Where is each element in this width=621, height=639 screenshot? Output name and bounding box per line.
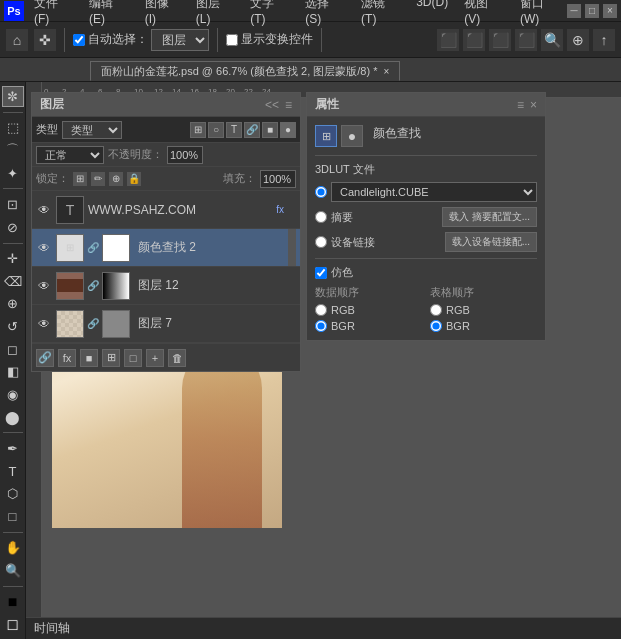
align-top-icon[interactable]: ⬛ [489,29,511,51]
close-button[interactable]: × [603,4,617,18]
tool-crop[interactable]: ⊡ [2,194,24,215]
search-icon[interactable]: 🔍 [541,29,563,51]
menu-edit[interactable]: 编辑(E) [85,0,133,28]
device-link-radio[interactable] [315,236,327,248]
tool-hand[interactable]: ✋ [2,538,24,559]
menu-filter[interactable]: 滤镜(T) [357,0,404,28]
home-icon[interactable]: ⌂ [6,29,28,51]
background-color[interactable]: □ [2,614,24,635]
props-dot-icon[interactable]: ● [341,125,363,147]
layer-row[interactable]: 👁 ⊞ 🔗 颜色查找 2 [32,229,300,267]
lock-draw-icon[interactable]: ✏ [91,172,105,186]
menu-3d[interactable]: 3D(D) [412,0,452,28]
menu-view[interactable]: 视图(V) [460,0,508,28]
foreground-color[interactable]: ■ [2,592,24,613]
lut-3d-radio[interactable] [315,186,327,198]
add-style-button[interactable]: fx [58,349,76,367]
tool-eyedropper[interactable]: ⊘ [2,217,24,238]
fill-input[interactable] [260,170,296,188]
share-icon[interactable]: ↑ [593,29,615,51]
layer-visibility-eye[interactable]: 👁 [36,202,52,218]
tool-path[interactable]: ⬡ [2,484,24,505]
filter-toggle[interactable]: ● [280,122,296,138]
layer-row[interactable]: 👁 🔗 图层 12 [32,267,300,305]
props-grid-icon[interactable]: ⊞ [315,125,337,147]
layers-collapse-button[interactable]: << [265,98,279,112]
tool-shape[interactable]: □ [2,506,24,527]
tool-eraser[interactable]: ◻ [2,339,24,360]
menu-select[interactable]: 选择(S) [301,0,349,28]
tab-close-button[interactable]: × [383,66,389,77]
tool-lasso[interactable]: ⌒ [2,140,24,161]
abstract-radio[interactable] [315,211,327,223]
tool-pen[interactable]: ✒ [2,438,24,459]
filter-pixels-icon[interactable]: ⊞ [190,122,206,138]
toolbar-separator [64,28,65,52]
opacity-input[interactable] [167,146,203,164]
device-link-load-button[interactable]: 载入设备链接配... [445,232,537,252]
maximize-button[interactable]: □ [585,4,599,18]
lock-position-icon[interactable]: ⊕ [109,172,123,186]
tool-stamp[interactable]: ⊕ [2,294,24,315]
new-layer-button[interactable]: + [146,349,164,367]
tool-history[interactable]: ↺ [2,316,24,337]
delete-layer-button[interactable]: 🗑 [168,349,186,367]
layers-menu-button[interactable]: ≡ [285,98,292,112]
table-rgb-radio[interactable] [430,304,442,316]
layer-visibility-eye[interactable]: 👁 [36,240,52,256]
tool-zoom[interactable]: 🔍 [2,560,24,581]
tool-dodge[interactable]: ⬤ [2,407,24,428]
menu-text[interactable]: 文字(T) [246,0,293,28]
menu-file[interactable]: 文件(F) [30,0,77,28]
toolbar-sep2 [217,28,218,52]
layer-type-dropdown[interactable]: 类型 [62,121,122,139]
layer-row[interactable]: 👁 T WWW.PSAHZ.COM fx [32,191,300,229]
auto-select-checkbox[interactable] [73,34,85,46]
tool-marquee[interactable]: ⬚ [2,118,24,139]
props-close-button[interactable]: × [530,98,537,112]
align-left-icon[interactable]: ⬛ [437,29,459,51]
filter-smart-icon[interactable]: ■ [262,122,278,138]
props-menu-button[interactable]: ≡ [517,98,524,112]
filter-adjustment-icon[interactable]: ○ [208,122,224,138]
table-bgr-radio[interactable] [430,320,442,332]
active-tab[interactable]: 面粉山的金莲花.psd @ 66.7% (颜色查找 2, 图层蒙版/8) * × [90,61,400,81]
layer-visibility-eye[interactable]: 👁 [36,278,52,294]
tool-brush[interactable]: ⌫ [2,271,24,292]
data-bgr-radio[interactable] [315,320,327,332]
lock-pixels-icon[interactable]: ⊞ [73,172,87,186]
abstract-load-button[interactable]: 载入 摘要配置文... [442,207,537,227]
filter-type-icon[interactable]: T [226,122,242,138]
align-bottom-icon[interactable]: ⬛ [515,29,537,51]
link-layers-button[interactable]: 🔗 [36,349,54,367]
auto-select-check[interactable]: 自动选择： 图层 [73,29,209,51]
transform-checkbox[interactable] [226,34,238,46]
lut-3d-dropdown[interactable]: Candlelight.CUBE [331,182,537,202]
menu-window[interactable]: 窗口(W) [516,0,567,28]
lock-all-icon[interactable]: 🔒 [127,172,141,186]
move-icon[interactable]: ✜ [34,29,56,51]
tool-text[interactable]: T [2,461,24,482]
menu-image[interactable]: 图像(I) [141,0,184,28]
dither-checkbox[interactable] [315,267,327,279]
layer-row[interactable]: 👁 🔗 图层 7 [32,305,300,343]
align-right-icon[interactable]: ⬛ [463,29,485,51]
new-adjustment-button[interactable]: ⊞ [102,349,120,367]
add-mask-button[interactable]: ■ [80,349,98,367]
tool-magic[interactable]: ✦ [2,163,24,184]
tool-move[interactable]: ✼ [2,86,24,107]
layer-dropdown[interactable]: 图层 [151,29,209,51]
menu-layer[interactable]: 图层(L) [192,0,238,28]
minimize-button[interactable]: ─ [567,4,581,18]
transform-check[interactable]: 显示变换控件 [226,31,313,48]
layer-visibility-eye[interactable]: 👁 [36,316,52,332]
filter-shape-icon[interactable]: 🔗 [244,122,260,138]
tool-heal[interactable]: ✛ [2,248,24,269]
tool-gradient[interactable]: ◧ [2,362,24,383]
tool-blur[interactable]: ◉ [2,384,24,405]
blend-mode-dropdown[interactable]: 正常 [36,146,104,164]
new-group-button[interactable]: □ [124,349,142,367]
properties-panel-header: 属性 ≡ × [307,93,545,117]
data-rgb-radio[interactable] [315,304,327,316]
zoom-icon[interactable]: ⊕ [567,29,589,51]
